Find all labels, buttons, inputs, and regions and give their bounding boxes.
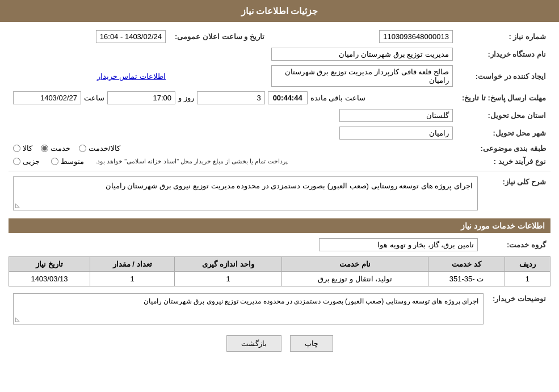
services-table-header-row: ردیف کد خدمت نام خدمت واحد اندازه گیری ت… (9, 257, 550, 272)
col-radif: ردیف (505, 257, 550, 272)
need-number-label: شماره نیاز : (457, 28, 550, 45)
buyer-comment-box: اجرای پروژه های توسعه روستایی (صعب العبو… (13, 293, 484, 324)
radio-kala-khadamat: کالا/خدمت (79, 144, 120, 153)
creator-value: صالح قلعه قافی کارپرداز مدیریت توزیع برق… (271, 65, 453, 87)
row-category: طبقه بندی موضوعی: کالا خدمت کالا/خدمت (9, 142, 550, 155)
col-code: کد خدمت (428, 257, 505, 272)
radio-kala-khadamat-label: کالا/خدمت (89, 144, 120, 153)
row-province: استان محل تحویل: گلستان (9, 107, 550, 124)
buyer-name-label: نام دستگاه خریدار: (457, 45, 550, 63)
cell-radif: 1 (505, 272, 550, 286)
creator-label: ایجاد کننده در خواست: (457, 63, 550, 89)
buyer-name-value: مدیریت توزیع برق شهرستان رامیان (271, 48, 453, 61)
province-label: استان محل تحویل: (457, 107, 550, 124)
page-wrapper: جزئیات اطلاعات نیاز شماره نیاز : 1103093… (0, 0, 559, 392)
radio-khadamat-input[interactable] (41, 145, 48, 152)
city-value: رامیان (339, 127, 453, 140)
radio-jozii: جزیی (13, 157, 40, 166)
announce-value: 1403/02/24 - 16:04 (96, 30, 166, 43)
print-button[interactable]: چاپ (290, 335, 333, 352)
city-label: شهر محل تحویل: (457, 124, 550, 142)
back-button[interactable]: بازگشت (226, 335, 281, 352)
resize-arrow-2: ◺ (15, 316, 20, 322)
deadline-time-value: 17:00 (107, 91, 175, 104)
service-group-value: تامین برق، گاز، بخار و تهویه هوا (319, 238, 478, 251)
deadline-date: 1403/02/27 (13, 91, 81, 104)
cell-date: 1403/03/13 (9, 272, 90, 286)
services-table-body: 1ت -35-351تولید، انتقال و توزیع برق11140… (9, 272, 550, 286)
radio-kala-khadamat-input[interactable] (79, 145, 86, 152)
service-group-table: گروه خدمت: تامین برق، گاز، بخار و تهویه … (9, 236, 550, 254)
remaining-label: ساعت باقی مانده (310, 94, 365, 102)
province-value: گلستان (339, 109, 453, 122)
radio-kala: کالا (13, 144, 32, 153)
row-need-number: شماره نیاز : 1103093648000013 تاریخ و سا… (9, 28, 550, 45)
radio-motawaset-label: متوسط (61, 157, 84, 166)
services-section-title: اطلاعات خدمات مورد نیاز (9, 218, 550, 233)
col-count: تعداد / مقدار (90, 257, 174, 272)
cell-unit: 1 (175, 272, 281, 286)
deadline-time-label: ساعت (84, 94, 104, 102)
buyer-comment-label: توضیحات خریدار: (488, 291, 550, 327)
radio-khadamat-label: خدمت (51, 144, 70, 153)
row-buyer-comment: توضیحات خریدار: اجرای پروژه های توسعه رو… (9, 291, 550, 327)
col-unit: واحد اندازه گیری (175, 257, 281, 272)
row-service-group: گروه خدمت: تامین برق، گاز، بخار و تهویه … (9, 236, 550, 254)
description-label: شرح کلی نیاز: (482, 174, 550, 213)
cell-count: 1 (90, 272, 174, 286)
content-area: شماره نیاز : 1103093648000013 تاریخ و سا… (0, 22, 559, 366)
resize-arrow: ◺ (15, 202, 20, 208)
info-table: شماره نیاز : 1103093648000013 تاریخ و سا… (9, 28, 550, 168)
buyer-comment-value: اجرای پروژه های توسعه روستایی (صعب العبو… (144, 297, 478, 305)
services-table: ردیف کد خدمت نام خدمت واحد اندازه گیری ت… (9, 256, 550, 286)
radio-motawaset: متوسط (51, 157, 84, 166)
deadline-days-value: 3 (197, 91, 265, 104)
col-name: نام خدمت (281, 257, 428, 272)
radio-jozii-input[interactable] (13, 158, 20, 165)
row-deadline: مهلت ارسال پاسخ: تا تاریخ: 1403/02/27 سا… (9, 89, 550, 107)
description-box: اجرای پروژه های توسعه روستایی (صعب العبو… (13, 176, 478, 210)
need-number-value: 1103093648000013 (379, 30, 453, 43)
buyer-comment-table: توضیحات خریدار: اجرای پروژه های توسعه رو… (9, 291, 550, 327)
description-value: اجرای پروژه های توسعه روستایی (صعب العبو… (106, 182, 473, 190)
services-table-header: ردیف کد خدمت نام خدمت واحد اندازه گیری ت… (9, 257, 550, 272)
purchase-type-label: نوع فرآیند خرید : (457, 155, 550, 168)
radio-khadamat: خدمت (41, 144, 70, 153)
col-date: تاریخ نیاز (9, 257, 90, 272)
announce-label: تاریخ و ساعت اعلان عمومی: (170, 28, 269, 45)
row-description: شرح کلی نیاز: اجرای پروژه های توسعه روست… (9, 174, 550, 213)
row-creator: ایجاد کننده در خواست: صالح قلعه قافی کار… (9, 63, 550, 89)
page-header: جزئیات اطلاعات نیاز (0, 0, 559, 22)
contact-link[interactable]: اطلاعات تماس خریدار (97, 72, 166, 81)
radio-kala-label: کالا (23, 144, 32, 153)
cell-code: ت -35-351 (428, 272, 505, 286)
table-row: 1ت -35-351تولید، انتقال و توزیع برق11140… (9, 272, 550, 286)
desc-table: شرح کلی نیاز: اجرای پروژه های توسعه روست… (9, 174, 550, 213)
deadline-label: مهلت ارسال پاسخ: تا تاریخ: (457, 89, 550, 107)
row-city: شهر محل تحویل: رامیان (9, 124, 550, 142)
radio-motawaset-input[interactable] (51, 158, 58, 165)
deadline-days-label: روز و (178, 94, 194, 102)
radio-jozii-label: جزیی (23, 157, 40, 166)
separator-1 (9, 171, 550, 171)
cell-name: تولید، انتقال و توزیع برق (281, 272, 428, 286)
button-row: چاپ بازگشت (9, 335, 550, 352)
page-title: جزئیات اطلاعات نیاز (241, 6, 318, 16)
row-purchase-type: نوع فرآیند خرید : جزیی متوسط پرداخت تمام… (9, 155, 550, 168)
remaining-time: 00:44:44 (268, 91, 308, 104)
category-label: طبقه بندی موضوعی: (457, 142, 550, 155)
radio-kala-input[interactable] (13, 145, 20, 152)
row-buyer-name: نام دستگاه خریدار: مدیریت توزیع برق شهرس… (9, 45, 550, 63)
purchase-note: پرداخت تمام یا بخشی از مبلغ خریدار محل "… (95, 158, 288, 165)
service-group-label: گروه خدمت: (482, 236, 550, 254)
